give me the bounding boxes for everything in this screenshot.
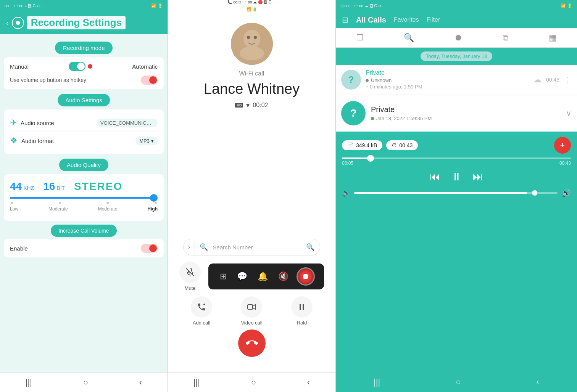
volume-track[interactable] <box>354 192 558 194</box>
status-left-1: oo □ ↑ ↑ oo ⌁ 🖼 G ⊖ ··· <box>5 4 44 8</box>
p2-menu-button[interactable]: ||| <box>193 378 200 387</box>
label-high: High <box>147 206 158 212</box>
mute-speaker-icon[interactable]: 🔇 <box>276 269 291 284</box>
end-call-button[interactable] <box>238 329 266 357</box>
keypad-chevron[interactable]: › <box>184 240 195 254</box>
table-row[interactable]: ? Private Unknown + 0 minutes ago, 1:59 … <box>336 65 577 95</box>
dark-action-menu: ⊞ 💬 🔔 🔇 ⏺ <box>208 263 324 289</box>
filter-icon[interactable]: ⊟ <box>342 15 348 24</box>
p3-menu-button[interactable]: ||| <box>374 377 380 387</box>
keypad-icon[interactable]: ⊞ <box>218 269 229 284</box>
enable-toggle[interactable] <box>141 244 158 253</box>
status-left-3: ⊟ oo □ ↑ ↑ oo ☁ 🖼 G ⊖ ··· <box>340 4 385 8</box>
audio-source-value[interactable]: VOICE_COMMUNICATIO <box>97 119 158 127</box>
mute-button[interactable] <box>179 262 201 283</box>
progress-thumb[interactable] <box>367 155 374 162</box>
hotkey-thumb <box>149 76 157 84</box>
filter-tab[interactable]: Filter <box>427 16 440 23</box>
slider-dots <box>10 202 158 204</box>
quality-slider[interactable]: Low Moderate Moderate High <box>10 197 158 212</box>
cloud-icon: ☁ <box>533 75 542 85</box>
secondary-actions-row: Add call Video call Hold <box>168 296 335 326</box>
video-call-icon <box>247 302 256 312</box>
recording-icon-toolbar[interactable]: ⏺ <box>454 33 463 43</box>
add-recording-button[interactable]: + <box>554 137 571 154</box>
p3-back-button[interactable]: ‹ <box>537 377 539 387</box>
toggle-track[interactable] <box>69 62 85 71</box>
search-number-input[interactable]: Search Number <box>213 241 301 254</box>
player-meta-row: 📄 349.4 kB ⏱ 00:43 + <box>342 137 571 154</box>
enable-card: Enable <box>4 239 164 257</box>
player-time-row: 00:05 00:43 <box>342 161 571 166</box>
toggle-switch[interactable] <box>69 62 92 71</box>
bottom-nav-2: ||| ○ ‹ <box>168 372 335 392</box>
status-bar-2: 📞 oo □ ↑ ↑ oo ☁ 🔴 🖼 G ··· 📶 🔋 <box>168 0 336 11</box>
notification-icon[interactable]: 🔔 <box>255 269 270 284</box>
volume-row: 🔈 🔊 <box>342 188 571 198</box>
progress-track[interactable] <box>342 157 571 159</box>
pause-button[interactable]: ⏸ <box>451 170 462 183</box>
volume-thumb[interactable] <box>532 190 537 196</box>
svg-point-1 <box>243 30 260 48</box>
call-status-row: Unknown <box>366 77 529 83</box>
call-info-section: Wi-Fi call Lance Whitney HD ▾ 00:02 <box>168 11 335 235</box>
video-call-button[interactable] <box>241 296 262 318</box>
slider-track[interactable] <box>10 197 158 199</box>
call-controls-area: › 🔍 Search Number 🔍 Mute ⊞ <box>168 235 335 372</box>
dot-mod1 <box>59 202 61 204</box>
p2-home-button[interactable]: ○ <box>251 378 256 387</box>
wifi-call-label: Wi-Fi call <box>239 70 264 77</box>
audio-settings-card: ✈ Audio source VOICE_COMMUNICATIO ❖ Audi… <box>4 109 164 154</box>
video-call-col: Video call <box>241 296 262 326</box>
copy-icon[interactable]: ⧉ <box>503 33 509 43</box>
svg-point-4 <box>254 36 257 39</box>
call-status: Unknown <box>371 77 392 83</box>
hold-button[interactable] <box>291 296 313 318</box>
call-duration: 00:02 <box>253 102 268 109</box>
player-progress-row <box>342 157 571 159</box>
stats-icon[interactable]: ▦ <box>549 33 557 43</box>
audio-quality-header: Audio Quality <box>59 159 108 171</box>
back-button[interactable]: ‹ <box>6 18 9 27</box>
add-icon: + <box>560 140 565 150</box>
call-info: Private Unknown + 0 minutes ago, 1:59 PM <box>366 69 529 90</box>
enable-label: Enable <box>10 245 28 252</box>
p3-home-button[interactable]: ○ <box>456 377 461 387</box>
audio-quality-card: 44 KHZ 16 BIT STEREO <box>4 174 164 221</box>
back-nav-button[interactable]: ‹ <box>139 378 142 387</box>
menu-button[interactable]: ||| <box>26 378 32 387</box>
duration-value: 00:43 <box>399 142 413 148</box>
add-call-button[interactable] <box>191 296 212 318</box>
status-right-1: 📶 🔋 <box>151 3 163 8</box>
increase-call-volume-button[interactable]: Increase Call Volume <box>51 225 116 237</box>
caller-name: Lance Whitney <box>204 81 300 97</box>
more-options-icon[interactable]: ⋮ <box>564 75 572 84</box>
dot-high <box>155 202 157 204</box>
player-info: Private Jan 18, 2022 1:59:35 PM <box>371 105 561 121</box>
message-icon[interactable]: 💬 <box>235 269 250 284</box>
status-left-2: 📞 oo □ ↑ ↑ oo ☁ 🔴 🖼 G ··· <box>227 0 276 4</box>
player-collapse-icon[interactable]: ∨ <box>566 109 572 118</box>
home-button[interactable]: ○ <box>83 378 88 387</box>
hd-badge: HD <box>235 103 243 108</box>
bottom-nav-1: ||| ○ ‹ <box>0 372 168 392</box>
player-section: ? Private Jan 18, 2022 1:59:35 PM ∨ 📄 34… <box>336 95 577 372</box>
file-icon: 📄 <box>347 142 354 148</box>
wifi-icon: ▾ <box>246 101 250 109</box>
hold-icon <box>297 302 306 312</box>
rewind-button[interactable]: ⏮ <box>430 170 440 183</box>
hotkey-toggle[interactable] <box>141 76 158 85</box>
file-size-value: 349.4 kB <box>356 142 377 148</box>
audio-format-select[interactable]: MP3 ▾ <box>135 137 158 145</box>
forward-button[interactable]: ⏭ <box>472 170 483 183</box>
p2-back-button[interactable]: ‹ <box>307 378 310 387</box>
search-icon[interactable]: 🔍 <box>404 33 414 43</box>
record-button[interactable]: ⏺ <box>297 267 315 286</box>
all-calls-title: All Calls <box>356 16 386 24</box>
audio-source-row: ✈ Audio source VOICE_COMMUNICATIO <box>10 114 158 132</box>
select-icon[interactable]: ☐ <box>356 33 364 43</box>
player-avatar: ? <box>341 101 366 125</box>
status-right-3: 📶 🔋 <box>561 3 572 8</box>
slider-thumb[interactable] <box>150 194 158 202</box>
favorites-tab[interactable]: Favorites <box>394 16 419 23</box>
